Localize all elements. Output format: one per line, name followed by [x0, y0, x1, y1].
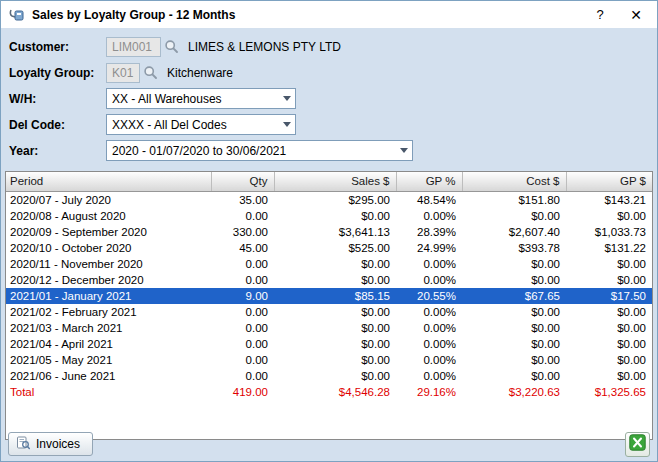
del-code-select[interactable]: XXXX - All Del Codes: [106, 114, 296, 135]
table-row[interactable]: 2020/09 - September 2020330.00$3,641.132…: [6, 224, 652, 240]
customer-name-text: LIMES & LEMONS PTY LTD: [188, 40, 341, 54]
cell-cost: $0.00: [462, 304, 566, 320]
chevron-down-icon: [278, 89, 295, 108]
table-row[interactable]: 2021/02 - February 20210.00$0.000.00%$0.…: [6, 304, 652, 320]
table-row[interactable]: 2020/12 - December 20200.00$0.000.00%$0.…: [6, 272, 652, 288]
table-row[interactable]: 2021/06 - June 20210.00$0.000.00%$0.00$0…: [6, 368, 652, 384]
table-row[interactable]: 2021/04 - April 20210.00$0.000.00%$0.00$…: [6, 336, 652, 352]
cell-cost: $0.00: [462, 208, 566, 224]
column-header-period[interactable]: Period: [6, 172, 211, 191]
cell-period: 2020/08 - August 2020: [6, 208, 211, 224]
cell-gp-percent: 0.00%: [396, 352, 462, 368]
del-code-select-value: XXXX - All Del Codes: [112, 118, 227, 132]
customer-lookup-icon[interactable]: [162, 38, 180, 56]
warehouse-select-value: XX - All Warehouses: [112, 92, 222, 106]
cell-period: 2021/01 - January 2021: [6, 288, 211, 304]
loyalty-group-name-text: Kitchenware: [167, 66, 233, 80]
cell-sales: $525.00: [274, 240, 396, 256]
table-row[interactable]: 2021/05 - May 20210.00$0.000.00%$0.00$0.…: [6, 352, 652, 368]
cell-qty: 0.00: [211, 208, 274, 224]
year-select-value: 2020 - 01/07/2020 to 30/06/2021: [112, 144, 286, 158]
cell-sales: $3,641.13: [274, 224, 396, 240]
cell-qty: 45.00: [211, 240, 274, 256]
table-row[interactable]: 2020/07 - July 202035.00$295.0048.54%$15…: [6, 191, 652, 208]
chevron-down-icon: [395, 141, 412, 160]
total-cell-gp-dollars: $1,325.65: [566, 384, 652, 400]
cell-period: 2020/10 - October 2020: [6, 240, 211, 256]
cell-gp-dollars: $131.22: [566, 240, 652, 256]
table-body: 2020/07 - July 202035.00$295.0048.54%$15…: [6, 191, 652, 384]
table-row[interactable]: 2020/11 - November 20200.00$0.000.00%$0.…: [6, 256, 652, 272]
total-row: Total419.00$4,546.2829.16%$3,220.63$1,32…: [6, 384, 652, 400]
cell-gp-dollars: $0.00: [566, 256, 652, 272]
invoices-icon: [16, 436, 30, 453]
warehouse-label: W/H:: [9, 92, 106, 106]
table-row[interactable]: 2021/01 - January 20219.00$85.1520.55%$6…: [6, 288, 652, 304]
cell-qty: 0.00: [211, 368, 274, 384]
cell-sales: $0.00: [274, 320, 396, 336]
close-button[interactable]: ✕: [621, 3, 651, 26]
cell-sales: $0.00: [274, 352, 396, 368]
help-button[interactable]: ?: [585, 3, 615, 26]
column-header-gp-percent[interactable]: GP %: [396, 172, 462, 191]
customer-code-input[interactable]: LIM001: [106, 37, 161, 57]
cell-cost: $393.78: [462, 240, 566, 256]
loyalty-group-lookup-icon[interactable]: [141, 64, 159, 82]
cell-sales: $0.00: [274, 208, 396, 224]
cell-gp-dollars: $0.00: [566, 272, 652, 288]
total-cell-cost: $3,220.63: [462, 384, 566, 400]
cell-gp-dollars: $1,033.73: [566, 224, 652, 240]
cell-sales: $295.00: [274, 191, 396, 208]
window-title: Sales by Loyalty Group - 12 Months: [32, 8, 579, 22]
cell-cost: $2,607.40: [462, 224, 566, 240]
excel-icon: [629, 434, 646, 454]
excel-export-button[interactable]: [625, 432, 650, 457]
column-header-gp-dollars[interactable]: GP $: [566, 172, 652, 191]
footer-bar: Invoices: [1, 427, 657, 461]
del-code-label: Del Code:: [9, 118, 106, 132]
year-row: Year: 2020 - 01/07/2020 to 30/06/2021: [9, 140, 649, 161]
total-cell-qty: 419.00: [211, 384, 274, 400]
cell-sales: $0.00: [274, 272, 396, 288]
column-header-sales[interactable]: Sales $: [274, 172, 396, 191]
cell-gp-percent: 24.99%: [396, 240, 462, 256]
cell-period: 2020/09 - September 2020: [6, 224, 211, 240]
cell-cost: $0.00: [462, 352, 566, 368]
cell-gp-dollars: $17.50: [566, 288, 652, 304]
filter-form: Customer: LIM001 LIMES & LEMONS PTY LTD …: [1, 28, 657, 168]
cell-qty: 0.00: [211, 304, 274, 320]
cell-gp-dollars: $0.00: [566, 352, 652, 368]
column-header-qty[interactable]: Qty: [211, 172, 274, 191]
cell-sales: $85.15: [274, 288, 396, 304]
cell-qty: 0.00: [211, 320, 274, 336]
cell-gp-percent: 48.54%: [396, 191, 462, 208]
invoices-button[interactable]: Invoices: [8, 432, 93, 456]
table-row[interactable]: 2020/08 - August 20200.00$0.000.00%$0.00…: [6, 208, 652, 224]
cell-gp-percent: 20.55%: [396, 288, 462, 304]
cell-gp-percent: 0.00%: [396, 272, 462, 288]
loyalty-group-code-input[interactable]: K01: [106, 63, 140, 83]
table-header-row: PeriodQtySales $GP %Cost $GP $: [6, 172, 652, 191]
cell-sales: $0.00: [274, 304, 396, 320]
cell-qty: 0.00: [211, 272, 274, 288]
year-select[interactable]: 2020 - 01/07/2020 to 30/06/2021: [106, 140, 413, 161]
cell-cost: $0.00: [462, 256, 566, 272]
cell-period: 2021/06 - June 2021: [6, 368, 211, 384]
cell-cost: $0.00: [462, 320, 566, 336]
warehouse-select[interactable]: XX - All Warehouses: [106, 88, 296, 109]
cell-gp-dollars: $143.21: [566, 191, 652, 208]
warehouse-row: W/H: XX - All Warehouses: [9, 88, 649, 109]
sales-grid: PeriodQtySales $GP %Cost $GP $ 2020/07 -…: [5, 171, 653, 440]
cell-gp-percent: 28.39%: [396, 224, 462, 240]
cell-gp-percent: 0.00%: [396, 208, 462, 224]
cell-qty: 0.00: [211, 336, 274, 352]
table-row[interactable]: 2021/03 - March 20210.00$0.000.00%$0.00$…: [6, 320, 652, 336]
total-cell-period: Total: [6, 384, 211, 400]
cell-cost: $0.00: [462, 368, 566, 384]
column-header-cost[interactable]: Cost $: [462, 172, 566, 191]
cell-cost: $0.00: [462, 336, 566, 352]
chevron-down-icon: [278, 115, 295, 134]
cell-period: 2020/07 - July 2020: [6, 191, 211, 208]
customer-row: Customer: LIM001 LIMES & LEMONS PTY LTD: [9, 36, 649, 57]
table-row[interactable]: 2020/10 - October 202045.00$525.0024.99%…: [6, 240, 652, 256]
